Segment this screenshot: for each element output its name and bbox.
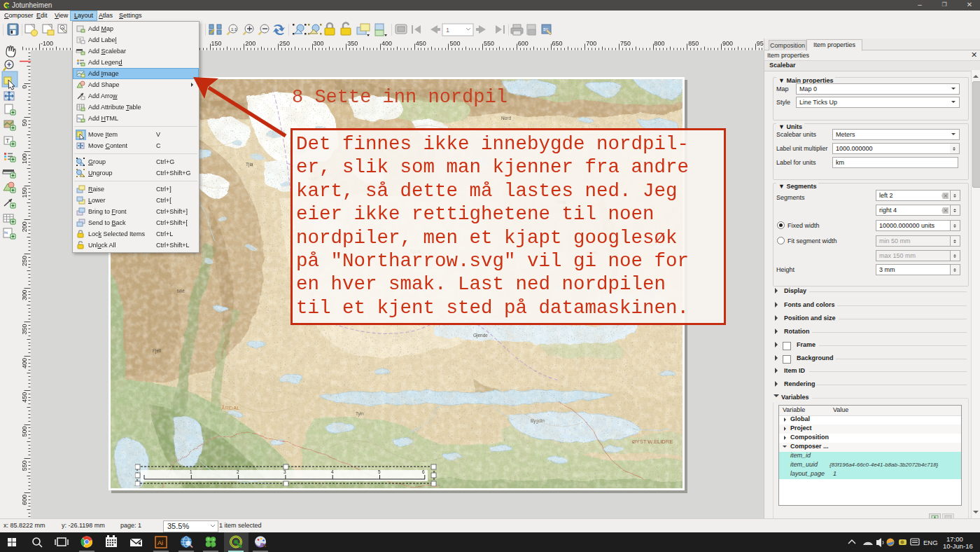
svg-text:6: 6	[422, 469, 425, 474]
svg-text:1:1: 1:1	[231, 27, 237, 32]
svg-text:1: 1	[446, 27, 449, 34]
svg-text:2: 2	[237, 469, 239, 474]
svg-text:17:00: 17:00	[946, 535, 963, 543]
svg-text:ENG: ENG	[923, 539, 938, 546]
svg-text:ht: ht	[78, 116, 81, 120]
svg-text:1: 1	[190, 469, 192, 474]
svg-text:10-Jun-16: 10-Jun-16	[943, 542, 973, 550]
svg-text:Ai: Ai	[158, 539, 163, 546]
svg-text:T: T	[6, 137, 10, 144]
svg-text:3: 3	[284, 469, 286, 474]
svg-text:4: 4	[331, 469, 334, 474]
svg-text:ht: ht	[4, 230, 8, 235]
svg-text:5: 5	[378, 469, 381, 474]
